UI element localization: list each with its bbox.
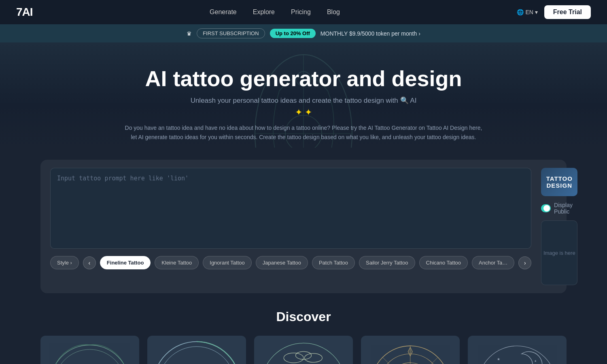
nav-explore[interactable]: Explore	[253, 8, 275, 16]
display-public-toggle: Display Public	[541, 202, 577, 215]
style-prev-button[interactable]: ‹	[83, 256, 96, 269]
svg-point-33	[478, 346, 556, 364]
card-image-3	[254, 336, 353, 364]
style-ignorant[interactable]: Ignorant Tattoo	[203, 256, 252, 269]
svg-marker-26	[408, 347, 413, 356]
promo-banner: ♛ FIRST SUBSCRIPTION Up to 20% Off MONTH…	[0, 24, 607, 42]
style-dropdown-button[interactable]: Style ›	[50, 256, 79, 269]
svg-point-12	[284, 353, 304, 363]
crown-icon: ♛	[187, 30, 192, 37]
style-japanese[interactable]: Japanese Tattoo	[256, 256, 308, 269]
navbar: 7AI Generate Explore Pricing Blog 🌐 EN ▾…	[0, 0, 607, 24]
nav-generate[interactable]: Generate	[210, 8, 237, 16]
discover-card-3[interactable]	[254, 336, 353, 364]
prompt-area: Style › ‹ Fineline Tattoo Kleine Tattoo …	[50, 168, 531, 285]
svg-point-8	[153, 342, 240, 364]
promo-discount: Up to 20% Off	[270, 29, 316, 38]
svg-text:★: ★	[497, 358, 501, 362]
svg-text:★: ★	[534, 360, 537, 362]
discover-card-4[interactable]	[361, 336, 460, 364]
card-image-4	[361, 336, 460, 364]
style-patch[interactable]: Patch Tattoo	[312, 256, 355, 269]
discover-section: Discover	[0, 293, 607, 364]
card-image-2	[147, 336, 246, 364]
chevron-down-icon: ▾	[535, 9, 538, 15]
svg-point-6	[54, 349, 125, 364]
card-image-5: ★ ★	[468, 336, 567, 364]
nav-links: Generate Explore Pricing Blog	[210, 8, 340, 16]
discover-card-1[interactable]	[40, 336, 139, 364]
svg-point-14	[304, 353, 322, 362]
language-selector[interactable]: 🌐 EN ▾	[517, 9, 537, 15]
style-chicano[interactable]: Chicano Tattoo	[419, 256, 468, 269]
promo-pricing: MONTHLY $9.9/5000 token per month ›	[320, 30, 420, 37]
image-preview-area: Image is here	[541, 220, 577, 285]
svg-point-9	[158, 347, 235, 364]
nav-right: 🌐 EN ▾ Free Trial	[517, 5, 591, 19]
discover-card-2[interactable]	[147, 336, 246, 364]
card-image-1	[40, 336, 139, 364]
sparkle-icon: ✦ ✦	[16, 107, 591, 118]
main-panel: Style › ‹ Fineline Tattoo Kleine Tattoo …	[40, 160, 567, 293]
right-panel: TATTOO DESIGN Display Public Image is he…	[541, 168, 577, 285]
logo: 7AI	[16, 6, 33, 19]
style-sailor-jerry[interactable]: Sailor Jerry Tattoo	[359, 256, 415, 269]
prompt-input[interactable]	[50, 168, 531, 249]
nav-pricing[interactable]: Pricing	[291, 8, 311, 16]
discover-card-5[interactable]: ★ ★	[468, 336, 567, 364]
hero-description: Do you have an tattoo idea and have no i…	[121, 123, 486, 142]
discover-title: Discover	[40, 309, 567, 324]
style-anchor[interactable]: Anchor Ta…	[472, 256, 514, 269]
hero-section: AI tattoo generator and design Unleash y…	[0, 42, 607, 148]
tattoo-design-button[interactable]: TATTOO DESIGN	[541, 168, 577, 196]
toggle-switch[interactable]	[541, 204, 551, 212]
globe-icon: 🌐	[517, 9, 524, 15]
style-tags: Style › ‹ Fineline Tattoo Kleine Tattoo …	[50, 256, 531, 269]
image-placeholder-text: Image is here	[543, 250, 575, 256]
hero-subtitle: Unleash your personal tattoo ideas and c…	[16, 96, 591, 105]
style-next-button[interactable]: ›	[518, 256, 531, 269]
hero-title: AI tattoo generator and design	[16, 67, 591, 91]
style-fineline[interactable]: Fineline Tattoo	[100, 256, 151, 269]
promo-label: FIRST SUBSCRIPTION	[197, 28, 265, 38]
svg-point-11	[261, 343, 345, 364]
nav-blog[interactable]: Blog	[327, 8, 340, 16]
svg-point-5	[50, 345, 130, 364]
discover-grid: ★ ★	[40, 336, 567, 364]
display-public-label: Display Public	[554, 202, 577, 215]
free-trial-button[interactable]: Free Trial	[544, 5, 591, 19]
style-kleine[interactable]: Kleine Tattoo	[155, 256, 199, 269]
